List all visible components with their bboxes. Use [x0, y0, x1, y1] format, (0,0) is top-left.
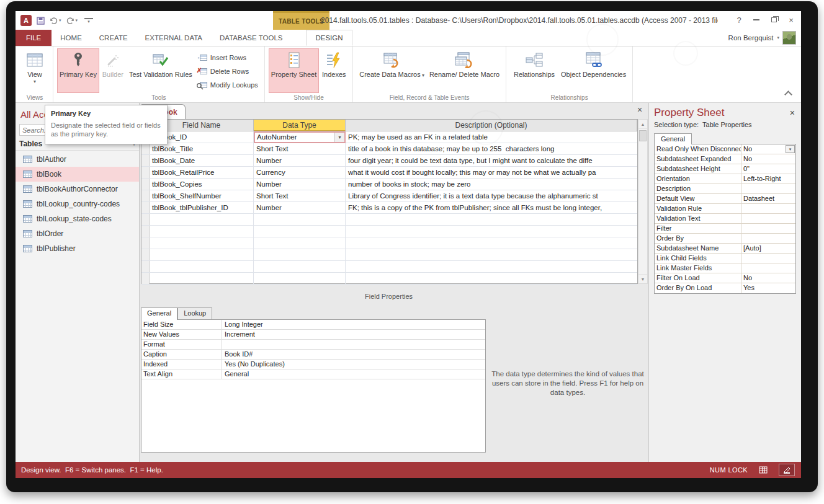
field-name-cell[interactable]: tblBook_Title: [150, 143, 254, 154]
field-name-cell[interactable]: tblBook_ShelfNumber: [150, 190, 254, 201]
field-name-cell[interactable]: [150, 273, 254, 284]
field-name-cell[interactable]: tblBook_Date: [150, 155, 254, 166]
property-value[interactable]: [741, 214, 795, 223]
row-selector[interactable]: [141, 179, 150, 190]
description-cell[interactable]: PK; may be used as an FK in a related ta…: [346, 131, 637, 143]
scrollbar-thumb[interactable]: [639, 130, 647, 141]
data-type-dropdown-button[interactable]: ▾: [334, 133, 344, 142]
row-selector[interactable]: [141, 214, 150, 225]
property-value[interactable]: Book ID#: [222, 350, 485, 359]
property-name[interactable]: Read Only When Disconnected: [655, 144, 741, 154]
tab-home[interactable]: HOME: [52, 30, 91, 46]
grid-header-description[interactable]: Description (Optional): [346, 120, 637, 131]
property-value[interactable]: Increment: [222, 330, 485, 339]
data-type-cell[interactable]: Short Text: [254, 143, 346, 154]
description-cell[interactable]: number of books in stock; may be zero: [346, 179, 637, 190]
nav-item-tblOrder[interactable]: tblOrder: [16, 226, 139, 241]
row-selector[interactable]: [141, 167, 150, 178]
row-selector[interactable]: [141, 261, 150, 272]
property-name[interactable]: Subdatasheet Height: [655, 164, 741, 174]
data-type-cell[interactable]: Number: [254, 179, 346, 190]
property-name[interactable]: Order By: [655, 234, 741, 243]
property-name[interactable]: Link Master Fields: [655, 263, 741, 273]
design-view-button[interactable]: [779, 464, 795, 476]
property-value[interactable]: General: [222, 369, 485, 379]
insert-rows-button[interactable]: ← Insert Rows: [195, 51, 261, 64]
description-cell[interactable]: title of a book in this database; may be…: [346, 143, 637, 154]
row-selector[interactable]: [141, 143, 150, 154]
tab-file[interactable]: FILE: [16, 30, 52, 46]
scroll-down-button[interactable]: ▼: [638, 274, 647, 283]
field-name-cell[interactable]: [150, 237, 254, 249]
data-type-cell[interactable]: Number: [254, 155, 346, 166]
row-selector[interactable]: [141, 237, 150, 249]
tab-database-tools[interactable]: DATABASE TOOLS: [211, 30, 291, 46]
create-data-macros-button[interactable]: Create Data Macros: [357, 48, 427, 93]
property-name[interactable]: Caption: [141, 350, 222, 359]
property-name[interactable]: Text Align: [141, 369, 222, 379]
data-type-cell[interactable]: [254, 273, 346, 284]
undo-caret-icon[interactable]: ▾: [59, 18, 61, 23]
data-type-cell[interactable]: [254, 261, 346, 272]
description-cell[interactable]: [346, 237, 637, 249]
vertical-scrollbar[interactable]: ▲ ▼: [638, 119, 648, 284]
minimize-button[interactable]: [748, 12, 765, 27]
property-name[interactable]: Format: [141, 340, 222, 349]
test-validation-rules-button[interactable]: Test Validation Rules: [127, 48, 195, 93]
property-sheet-close-button[interactable]: ×: [790, 108, 795, 118]
data-type-editor[interactable]: AutoNumber ▾: [254, 131, 346, 143]
field-name-cell[interactable]: [150, 261, 254, 272]
property-value[interactable]: [222, 340, 485, 349]
redo-button[interactable]: ▾: [66, 17, 78, 25]
field-name-cell[interactable]: tblBook_RetailPrice: [150, 167, 254, 178]
field-name-cell[interactable]: [150, 226, 254, 237]
property-name[interactable]: Filter On Load: [655, 273, 741, 283]
row-selector[interactable]: [141, 273, 150, 284]
field-name-cell[interactable]: [150, 249, 254, 260]
nav-item-tblLookup_country-codes[interactable]: tblLookup_country-codes: [16, 197, 139, 211]
description-cell[interactable]: FK; this is a copy of the PK from tblPub…: [346, 202, 637, 213]
nav-item-tblLookup_state-codes[interactable]: tblLookup_state-codes: [16, 211, 139, 226]
description-cell[interactable]: [346, 214, 637, 225]
tab-create[interactable]: CREATE: [91, 30, 137, 46]
property-value[interactable]: [741, 254, 795, 263]
field-properties-tab-general[interactable]: General: [141, 307, 177, 320]
property-value[interactable]: No: [741, 154, 795, 164]
property-value[interactable]: No: [741, 273, 795, 283]
tab-design[interactable]: DESIGN: [306, 30, 352, 46]
modify-lookups-button[interactable]: Modify Lookups: [195, 79, 261, 91]
data-type-cell[interactable]: [254, 249, 346, 260]
property-name[interactable]: Filter: [655, 224, 741, 233]
property-value[interactable]: Yes: [741, 283, 795, 293]
user-menu[interactable]: Ron Bergquist ▾: [728, 30, 801, 46]
property-name[interactable]: Default View: [655, 194, 741, 203]
row-selector[interactable]: [141, 226, 150, 237]
property-name[interactable]: Field Size: [141, 320, 222, 329]
property-name[interactable]: New Values: [141, 330, 222, 339]
property-name[interactable]: Orientation: [655, 174, 741, 183]
property-name[interactable]: Subdatasheet Name: [655, 244, 741, 253]
description-cell[interactable]: Library of Congress identifier; it is a …: [346, 190, 637, 201]
field-name-cell[interactable]: tblBook_Copies: [150, 179, 254, 190]
field-name-cell[interactable]: tblBook_tblPublisher_ID: [150, 202, 254, 213]
object-dependencies-button[interactable]: Object Dependencies: [558, 48, 629, 93]
description-cell[interactable]: [346, 273, 637, 284]
user-avatar[interactable]: [782, 31, 796, 45]
undo-button[interactable]: ▾: [49, 17, 61, 25]
property-value[interactable]: Yes (No Duplicates): [222, 360, 485, 369]
property-value[interactable]: [741, 204, 795, 213]
grid-header-data-type[interactable]: Data Type: [254, 120, 346, 131]
row-selector[interactable]: [141, 155, 150, 166]
customize-qat-button[interactable]: ▾: [84, 18, 93, 25]
delete-rows-button[interactable]: ✗ Delete Rows: [195, 65, 261, 77]
property-name[interactable]: Validation Text: [655, 214, 741, 223]
access-app-icon[interactable]: A: [20, 15, 32, 26]
property-value[interactable]: 0": [741, 164, 795, 174]
scroll-up-button[interactable]: ▲: [638, 120, 647, 129]
builder-button[interactable]: Builder: [99, 48, 127, 93]
data-type-cell[interactable]: Number: [254, 202, 346, 213]
property-value[interactable]: Datasheet: [741, 194, 795, 203]
tab-external-data[interactable]: EXTERNAL DATA: [137, 30, 211, 46]
property-name[interactable]: Description: [655, 184, 741, 193]
property-name[interactable]: Order By On Load: [655, 283, 741, 293]
